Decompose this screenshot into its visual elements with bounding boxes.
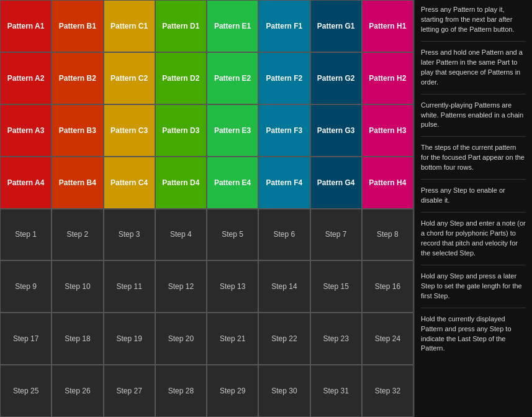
pattern-cell-patternb2[interactable]: Pattern B2: [52, 52, 103, 104]
step-cell-step27[interactable]: Step 27: [104, 365, 155, 417]
step-cell-step32[interactable]: Step 32: [362, 365, 413, 417]
step-cell-step18[interactable]: Step 18: [52, 313, 103, 365]
step-cell-step7[interactable]: Step 7: [310, 209, 362, 261]
step-cell-step25[interactable]: Step 25: [0, 365, 52, 417]
sidebar-section-8: Hold the currently displayed Pattern and…: [421, 314, 526, 360]
pattern-cell-patternc2[interactable]: Pattern C2: [104, 52, 155, 104]
step-cell-step30[interactable]: Step 30: [258, 365, 310, 417]
step-cell-step20[interactable]: Step 20: [155, 313, 207, 365]
pattern-cell-patterng2[interactable]: Pattern G2: [310, 52, 362, 104]
step-cell-step8[interactable]: Step 8: [362, 209, 413, 261]
pattern-cell-patterna4[interactable]: Pattern A4: [0, 157, 52, 209]
step-cell-step13[interactable]: Step 13: [207, 260, 258, 313]
pattern-cell-patternh4[interactable]: Pattern H4: [362, 157, 413, 209]
pattern-cell-patterne4[interactable]: Pattern E4: [207, 157, 258, 209]
sidebar-section-6: Hold any Step and enter a note (or a cho…: [421, 219, 526, 265]
sidebar-section-2: Press and hold one Pattern and a later P…: [421, 48, 526, 94]
step-cell-step16[interactable]: Step 16: [362, 260, 413, 313]
sidebar-section-1: Press any Pattern to play it, starting f…: [421, 5, 526, 42]
sidebar-section-3: Currently-playing Patterns are white. Pa…: [421, 101, 526, 137]
pattern-cell-patternd1[interactable]: Pattern D1: [155, 0, 207, 52]
step-cell-step22[interactable]: Step 22: [258, 313, 310, 365]
step-cell-step19[interactable]: Step 19: [104, 313, 155, 365]
pattern-cell-patterna3[interactable]: Pattern A3: [0, 104, 52, 157]
pattern-cell-patternh3[interactable]: Pattern H3: [362, 104, 413, 157]
step-cell-step10[interactable]: Step 10: [52, 260, 103, 313]
step-cell-step26[interactable]: Step 26: [52, 365, 103, 417]
pattern-cell-patterne3[interactable]: Pattern E3: [207, 104, 258, 157]
pattern-cell-patterng3[interactable]: Pattern G3: [310, 104, 362, 157]
sidebar-section-4: The steps of the current pattern for the…: [421, 143, 526, 180]
pattern-cell-patternf4[interactable]: Pattern F4: [258, 157, 310, 209]
pattern-cell-patternb4[interactable]: Pattern B4: [52, 157, 103, 209]
pattern-cell-patternc4[interactable]: Pattern C4: [104, 157, 155, 209]
step-cell-step17[interactable]: Step 17: [0, 313, 52, 365]
step-cell-step3[interactable]: Step 3: [104, 209, 155, 261]
pattern-cell-patterng4[interactable]: Pattern G4: [310, 157, 362, 209]
pattern-cell-patternc3[interactable]: Pattern C3: [104, 104, 155, 157]
pattern-cell-patterna1[interactable]: Pattern A1: [0, 0, 52, 52]
step-cell-step6[interactable]: Step 6: [258, 209, 310, 261]
pattern-cell-patternb1[interactable]: Pattern B1: [52, 0, 103, 52]
pattern-cell-patterne2[interactable]: Pattern E2: [207, 52, 258, 104]
pattern-cell-patterna2[interactable]: Pattern A2: [0, 52, 52, 104]
pattern-cell-patterne1[interactable]: Pattern E1: [207, 0, 258, 52]
step-cell-step29[interactable]: Step 29: [207, 365, 258, 417]
step-cell-step23[interactable]: Step 23: [310, 313, 362, 365]
pattern-cell-patternh2[interactable]: Pattern H2: [362, 52, 413, 104]
step-cell-step5[interactable]: Step 5: [207, 209, 258, 261]
pattern-cell-patternd2[interactable]: Pattern D2: [155, 52, 207, 104]
step-cell-step4[interactable]: Step 4: [155, 209, 207, 261]
pattern-cell-patternh1[interactable]: Pattern H1: [362, 0, 413, 52]
step-cell-step14[interactable]: Step 14: [258, 260, 310, 313]
main-grid: Pattern A1Pattern B1Pattern C1Pattern D1…: [0, 0, 414, 417]
step-cell-step15[interactable]: Step 15: [310, 260, 362, 313]
sidebar-section-5: Press any Step to enable or disable it.: [421, 186, 526, 213]
pattern-cell-patternd4[interactable]: Pattern D4: [155, 157, 207, 209]
step-cell-step9[interactable]: Step 9: [0, 260, 52, 313]
pattern-cell-patternd3[interactable]: Pattern D3: [155, 104, 207, 157]
sidebar-section-7: Hold any Step and press a later Step to …: [421, 272, 526, 308]
pattern-cell-patternf2[interactable]: Pattern F2: [258, 52, 310, 104]
pattern-cell-patternf1[interactable]: Pattern F1: [258, 0, 310, 52]
step-cell-step28[interactable]: Step 28: [155, 365, 207, 417]
pattern-cell-patternf3[interactable]: Pattern F3: [258, 104, 310, 157]
step-cell-step11[interactable]: Step 11: [104, 260, 155, 313]
step-cell-step2[interactable]: Step 2: [52, 209, 103, 261]
pattern-cell-patternc1[interactable]: Pattern C1: [104, 0, 155, 52]
step-cell-step12[interactable]: Step 12: [155, 260, 207, 313]
step-cell-step1[interactable]: Step 1: [0, 209, 52, 261]
step-cell-step31[interactable]: Step 31: [310, 365, 362, 417]
step-cell-step21[interactable]: Step 21: [207, 313, 258, 365]
sidebar: Press any Pattern to play it, starting f…: [414, 0, 532, 417]
pattern-cell-patterng1[interactable]: Pattern G1: [310, 0, 362, 52]
pattern-cell-patternb3[interactable]: Pattern B3: [52, 104, 103, 157]
step-cell-step24[interactable]: Step 24: [362, 313, 413, 365]
